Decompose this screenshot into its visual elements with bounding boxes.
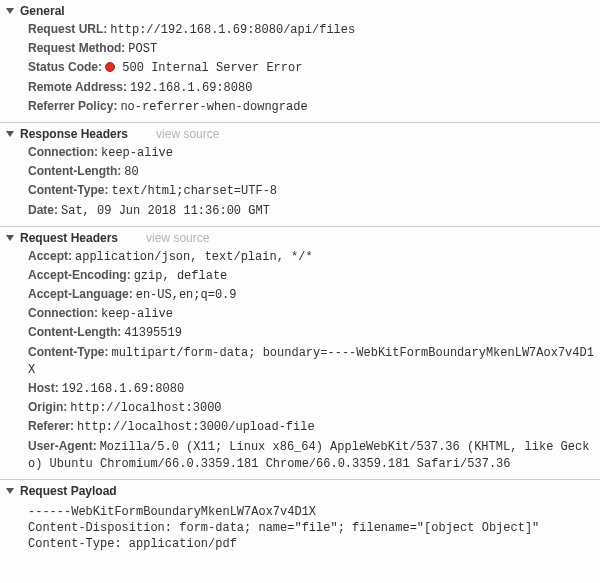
header-row: Content-Type:text/html;charset=UTF-8 [0,181,600,200]
header-key: Connection: [28,306,98,320]
header-key: Date: [28,203,58,217]
header-key: Request Method: [28,41,125,55]
header-value: text/html;charset=UTF-8 [111,184,277,198]
header-row: Request Method:POST [0,39,600,58]
header-row: Accept:application/json, text/plain, */* [0,247,600,266]
header-row: Content-Length:80 [0,162,600,181]
header-key: Content-Type: [28,345,108,359]
request-headers-header[interactable]: Request Headers view source [0,229,600,247]
header-value: 500 Internal Server Error [122,61,302,75]
header-key: Content-Type: [28,183,108,197]
response-headers-section: Response Headers view source Connection:… [0,122,600,226]
header-key: Request URL: [28,22,107,36]
request-payload-header[interactable]: Request Payload [0,482,600,500]
request-headers-list: Accept:application/json, text/plain, */*… [0,247,600,473]
payload-part: ------WebKitFormBoundaryMkenLW7Aox7v4D1X… [0,500,600,557]
header-key: Host: [28,381,59,395]
general-list: Request URL:http://192.168.1.69:8080/api… [0,20,600,116]
header-value: no-referrer-when-downgrade [120,100,307,114]
header-key: Status Code: [28,60,102,74]
header-row: Content-Length:41395519 [0,323,600,342]
header-key: Origin: [28,400,67,414]
header-row: Connection:keep-alive [0,304,600,323]
response-headers-title: Response Headers [20,127,128,141]
general-section: General Request URL:http://192.168.1.69:… [0,0,600,122]
header-row: User-Agent:Mozilla/5.0 (X11; Linux x86_6… [0,437,600,473]
header-value: keep-alive [101,146,173,160]
header-row: Referrer Policy:no-referrer-when-downgra… [0,97,600,116]
header-value: http://192.168.1.69:8080/api/files [110,23,355,37]
header-key: Accept: [28,249,72,263]
header-value: keep-alive [101,307,173,321]
header-row: Origin:http://localhost:3000 [0,398,600,417]
general-title: General [20,4,65,18]
header-key: User-Agent: [28,439,97,453]
header-value: 41395519 [124,326,182,340]
request-headers-title: Request Headers [20,231,118,245]
response-headers-list: Connection:keep-aliveContent-Length:80Co… [0,143,600,220]
header-key: Remote Address: [28,80,127,94]
general-header[interactable]: General [0,2,600,20]
header-row: Request URL:http://192.168.1.69:8080/api… [0,20,600,39]
header-value: Mozilla/5.0 (X11; Linux x86_64) AppleWeb… [28,440,589,471]
payload-gap [0,557,600,583]
header-value: 192.168.1.69:8080 [62,382,184,396]
header-row: Connection:keep-alive [0,143,600,162]
chevron-down-icon [6,8,14,14]
header-row: Status Code: 500 Internal Server Error [0,58,600,77]
header-value: 192.168.1.69:8080 [130,81,252,95]
header-key: Referer: [28,419,74,433]
header-value: 80 [124,165,138,179]
header-value: gzip, deflate [134,269,228,283]
header-row: Referer:http://localhost:3000/upload-fil… [0,417,600,436]
view-source-link[interactable]: view source [156,127,219,141]
request-payload-title: Request Payload [20,484,117,498]
header-value: application/json, text/plain, */* [75,250,313,264]
header-value: Sat, 09 Jun 2018 11:36:00 GMT [61,204,270,218]
header-row: Date:Sat, 09 Jun 2018 11:36:00 GMT [0,201,600,220]
chevron-down-icon [6,488,14,494]
header-value: multipart/form-data; boundary=----WebKit… [28,346,594,377]
header-key: Content-Length: [28,325,121,339]
chevron-down-icon [6,235,14,241]
request-payload-body: ------WebKitFormBoundaryMkenLW7Aox7v4D1X… [0,500,600,583]
header-row: Accept-Language:en-US,en;q=0.9 [0,285,600,304]
header-row: Accept-Encoding:gzip, deflate [0,266,600,285]
request-headers-section: Request Headers view source Accept:appli… [0,226,600,479]
header-key: Accept-Language: [28,287,133,301]
header-key: Content-Length: [28,164,121,178]
header-key: Accept-Encoding: [28,268,131,282]
header-row: Content-Type:multipart/form-data; bounda… [0,343,600,379]
header-value: http://localhost:3000 [70,401,221,415]
header-value: http://localhost:3000/upload-file [77,420,315,434]
header-row: Remote Address:192.168.1.69:8080 [0,78,600,97]
header-key: Referrer Policy: [28,99,117,113]
chevron-down-icon [6,131,14,137]
header-key: Connection: [28,145,98,159]
header-row: Host:192.168.1.69:8080 [0,379,600,398]
response-headers-header[interactable]: Response Headers view source [0,125,600,143]
status-dot-icon [105,62,115,72]
header-value: POST [128,42,157,56]
request-payload-section: Request Payload ------WebKitFormBoundary… [0,479,600,583]
header-value: en-US,en;q=0.9 [136,288,237,302]
view-source-link[interactable]: view source [146,231,209,245]
